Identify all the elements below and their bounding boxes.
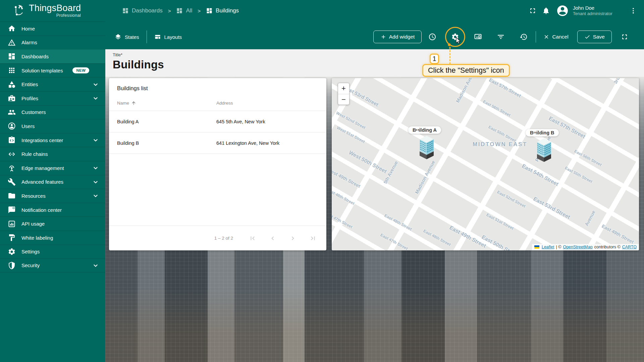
dashboard-title-input[interactable]: Buildings [113,58,644,71]
filter-icon [497,33,505,41]
column-header-address[interactable]: Address [216,101,318,106]
shield-icon [8,261,16,269]
last-page-icon [309,235,317,242]
street-label: East 56th Street [574,149,603,167]
table-header: Name Address [109,101,326,106]
street-label: East 47th Street [380,233,409,250]
cancel-button[interactable]: Cancel [541,31,570,43]
first-page-button[interactable] [249,234,257,242]
badge-icon [8,94,16,102]
attribution-text: contributors © [594,245,621,249]
dashboards-icon [176,7,183,14]
breadcrumb: Dashboards > All > Buildings [122,7,239,14]
dashboards-icon [206,7,213,14]
avatar[interactable] [556,4,569,17]
chevron-down-icon [92,95,99,102]
marker-tooltip: Building B [526,129,559,136]
toolbar-divider [536,31,536,43]
sidebar-item-advanced-features[interactable]: Advanced features [0,175,105,189]
building-marker-icon[interactable] [420,136,434,160]
history-icon [520,33,528,41]
entity-aliases-button[interactable] [471,30,485,44]
carto-link[interactable]: CARTO [622,245,637,249]
cell-name: Building B [117,140,216,146]
settings-button[interactable] [448,30,462,44]
close-icon [543,34,549,40]
zoom-in-button[interactable]: + [338,83,349,94]
user-name: John Doe [573,5,627,11]
home-icon [8,24,16,33]
more-menu-button[interactable] [627,4,640,17]
osm-link[interactable]: OpenStreetMap [563,245,592,249]
breadcrumb-all[interactable]: All [176,7,192,14]
table-row[interactable]: Building A 645 5th Ave, New York [109,111,326,132]
bell-icon [542,7,550,15]
sidebar-item-alarms[interactable]: Alarms [0,36,105,50]
chevron-down-icon [92,192,99,199]
mouse-cursor-icon [455,37,462,45]
expand-dashboard-button[interactable] [618,30,631,44]
sidebar-item-label: Dashboards [21,54,49,59]
leaflet-link[interactable]: Leaflet [542,245,554,249]
sidebar-item-white-labeling[interactable]: White labeling [0,231,105,245]
street-label: East 54th Street [521,163,559,187]
chevron-down-icon [92,164,99,172]
user-block: John Doe Tenant administrator [526,4,640,17]
save-button[interactable]: Save [577,31,612,43]
dashboards-icon [8,52,16,60]
sidebar-item-users[interactable]: Users [0,119,105,133]
clock-icon [428,33,436,41]
fullscreen-button[interactable] [526,4,539,17]
sidebar-item-dashboards[interactable]: Dashboards [0,49,105,63]
fullscreen-icon [529,7,537,15]
add-widget-button[interactable]: Add widget [373,31,422,43]
notifications-button[interactable] [539,4,553,17]
chevron-down-icon [92,178,99,186]
sidebar-item-integrations-center[interactable]: Integrations center [0,133,105,147]
zoom-out-button[interactable]: − [338,94,349,105]
chevron-down-icon [92,136,99,144]
chevron-down-icon [92,262,99,269]
sidebar-item-rule-chains[interactable]: Rule chains [0,147,105,161]
sidebar-item-edge-management[interactable]: Edge management [0,161,105,175]
ukraine-flag-icon [534,245,539,249]
filter-button[interactable] [494,30,507,44]
last-page-button[interactable] [309,234,317,242]
buildings-map-widget[interactable]: West 53rd StreetWest 52nd StreetWest 51s… [332,78,639,250]
sidebar-item-customers[interactable]: Customers [0,105,105,119]
sidebar-item-profiles[interactable]: Profiles [0,91,105,105]
column-header-name[interactable]: Name [117,101,216,106]
thingsboard-logo-icon [13,5,25,17]
sidebar-item-home[interactable]: Home [0,21,105,36]
street-label: East 57th Street [488,78,522,99]
street-label: West 49th Street [332,167,361,189]
sidebar-item-entities[interactable]: Entities [0,77,105,91]
previous-page-button[interactable] [269,234,277,242]
sidebar-item-security[interactable]: Security [0,258,105,273]
sidebar-item-solution-templates[interactable]: Solution templates NEW [0,63,105,77]
next-page-button[interactable] [289,234,297,242]
sidebar-item-resources[interactable]: Resources [0,189,105,203]
street-label: Madison Avenue [455,78,477,104]
street-label: East 53rd Street [532,196,571,220]
brand-name: ThingsBoard [29,4,81,13]
street-label: 3rd A [612,78,623,85]
sidebar-item-settings[interactable]: Settings [0,245,105,259]
map-attribution: Leaflet | © OpenStreetMap contributors ©… [532,244,639,250]
breadcrumb-dashboards[interactable]: Dashboards [122,7,163,14]
sidebar-item-notification-center[interactable]: Notification center [0,203,105,217]
layouts-button[interactable]: Layouts [154,34,182,40]
states-button[interactable]: States [115,34,139,40]
app-logo[interactable]: ThingsBoard Professional [0,0,105,21]
breadcrumb-buildings[interactable]: Buildings [206,7,239,14]
user-info[interactable]: John Doe Tenant administrator [573,5,627,17]
timewindow-button[interactable] [426,30,439,44]
entity-aliases-icon [474,33,482,41]
table-row[interactable]: Building B 641 Lexington Ave, New York [109,132,326,154]
tutorial-step-badge: 1 [430,54,439,64]
sidebar-item-label: Solution templates [21,68,63,73]
version-control-button[interactable] [517,30,530,44]
street-label: East 56th Street [482,99,512,118]
building-marker-icon[interactable] [537,138,551,163]
sidebar-item-api-usage[interactable]: API usage [0,217,105,231]
